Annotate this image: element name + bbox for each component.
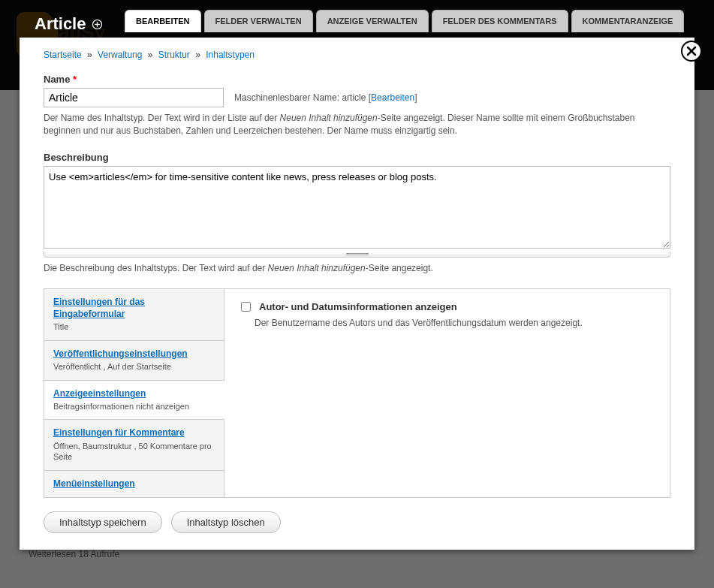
vertical-tabs-content: Autor- und Datumsinformationen anzeigen … (224, 289, 670, 497)
vtab-publishing-settings[interactable]: Veröffentlichungseinstellungen Veröffent… (44, 341, 224, 381)
textarea-resize-handle[interactable] (44, 252, 670, 258)
vtab-menu-settings[interactable]: Menüeinstellungen (44, 471, 224, 498)
description-label: Beschreibung (44, 152, 670, 163)
form-actions: Inhaltstyp speichern Inhaltstyp löschen (44, 511, 670, 533)
primary-tabs: BEARBEITEN FELDER VERWALTEN ANZEIGE VERW… (125, 10, 684, 32)
vertical-tabs: Einstellungen für das Eingabeformular Ti… (44, 288, 670, 498)
tab-comment-display[interactable]: KOMMENTARANZEIGE (571, 10, 685, 32)
modal-dialog: Article BEARBEITEN FELDER VERWALTEN ANZE… (20, 11, 694, 559)
show-author-date-label: Autor- und Datumsinformationen anzeigen (259, 301, 457, 312)
machine-name-edit-link[interactable]: Bearbeiten (371, 92, 414, 103)
show-author-date-checkbox[interactable] (241, 302, 251, 312)
add-icon (92, 19, 102, 29)
name-help-text: Der Name des Inhaltstyp. Der Text wird i… (44, 112, 670, 138)
show-author-date-description: Der Benutzername des Autors und das Verö… (255, 317, 656, 330)
name-input[interactable] (44, 88, 224, 107)
close-button[interactable] (681, 41, 702, 62)
vtab-display-settings[interactable]: Anzeigeeinstellungen Beitragsinformation… (44, 381, 224, 421)
vtab-comment-settings[interactable]: Einstellungen für Kommentare Öffnen, Bau… (44, 420, 224, 470)
vertical-tabs-list: Einstellungen für das Eingabeformular Ti… (44, 289, 224, 497)
tab-comment-fields[interactable]: FELDER DES KOMMENTARS (432, 10, 568, 32)
modal-title: Article (35, 14, 86, 34)
save-button[interactable]: Inhaltstyp speichern (44, 511, 162, 533)
breadcrumb: Startseite » Verwaltung » Struktur » Inh… (44, 50, 670, 60)
machine-name: Maschinenlesbarer Name: article [Bearbei… (234, 92, 417, 103)
delete-button[interactable]: Inhaltstyp löschen (171, 511, 281, 533)
tab-manage-fields[interactable]: FELDER VERWALTEN (204, 10, 313, 32)
description-help-text: Die Beschreibung des Inhaltstyps. Der Te… (44, 262, 670, 275)
vtab-form-settings[interactable]: Einstellungen für das Eingabeformular Ti… (44, 289, 224, 340)
name-label: Name * (44, 74, 670, 85)
breadcrumb-admin[interactable]: Verwaltung (98, 50, 142, 60)
breadcrumb-home[interactable]: Startseite (44, 50, 82, 60)
modal-content: Startseite » Verwaltung » Struktur » Inh… (20, 38, 694, 550)
required-marker: * (73, 74, 77, 85)
breadcrumb-structure[interactable]: Struktur (158, 50, 190, 60)
tab-edit[interactable]: BEARBEITEN (125, 10, 201, 32)
breadcrumb-types[interactable]: Inhaltstypen (206, 50, 255, 60)
tab-manage-display[interactable]: ANZEIGE VERWALTEN (316, 10, 429, 32)
modal-titlebar: Article BEARBEITEN FELDER VERWALTEN ANZE… (20, 11, 694, 38)
close-icon (686, 46, 697, 56)
description-textarea[interactable]: Use <em>articles</em> for time-sensitive… (44, 166, 670, 249)
